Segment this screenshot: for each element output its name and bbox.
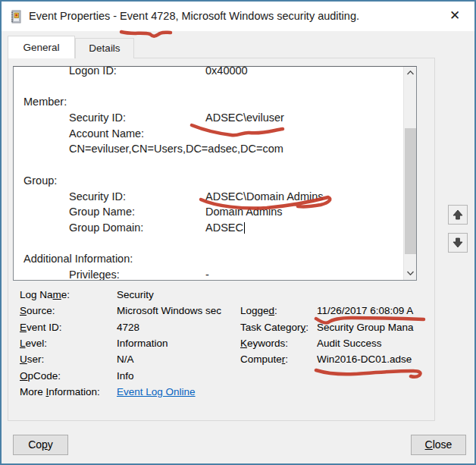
grid-value: 4728 — [117, 319, 236, 335]
next-event-button[interactable] — [448, 233, 468, 253]
description-line: Logon ID:0x40000 — [14, 66, 404, 79]
description-label: Group Name: — [69, 204, 135, 220]
title-bar: Event Properties - Event 4728, Microsoft… — [2, 2, 474, 31]
description-line: Member: — [14, 94, 404, 110]
window-title: Event Properties - Event 4728, Microsoft… — [29, 2, 359, 31]
grid-value: N/A — [117, 351, 236, 367]
previous-event-button[interactable] — [448, 205, 468, 225]
description-label: Group Domain: — [69, 220, 143, 236]
description-line: Security ID:ADSEC\Domain Admins — [14, 189, 404, 205]
description-line: Group Name:Domain Admins — [14, 204, 404, 220]
description-label: Logon ID: — [69, 66, 117, 79]
grid-value: Win2016-DC01.adse — [317, 351, 428, 367]
scroll-down-icon[interactable] — [404, 267, 417, 280]
description-label: Security ID: — [69, 110, 126, 126]
description-value: - — [205, 267, 209, 281]
description-line — [14, 157, 404, 173]
description-line: Security ID:ADSEC\eviluser — [14, 110, 404, 126]
more-info-link[interactable]: Event Log Online — [117, 384, 236, 400]
description-line: CN=eviluser,CN=Users,DC=adsec,DC=com — [14, 141, 404, 157]
description-line: Account Name: — [14, 126, 404, 142]
description-value: ADSEC\eviluser — [205, 110, 284, 126]
tab-general[interactable]: General — [8, 36, 75, 58]
description-line: Additional Information: — [14, 251, 404, 267]
arrow-down-icon — [451, 236, 465, 250]
grid-value: Security Group Mana — [317, 319, 428, 335]
description-line: Group: — [14, 173, 404, 189]
description-value: ADSEC\Domain Admins — [205, 189, 324, 205]
description-label: Group: — [23, 173, 57, 189]
grid-label-level-: Level: — [20, 335, 47, 351]
description-value: ADSEC — [205, 220, 245, 236]
grid-value: Security — [117, 287, 236, 303]
description-line: Privileges:- — [14, 267, 404, 281]
description-line — [14, 236, 404, 252]
red-underline-event-4728 — [121, 32, 171, 36]
copy-button[interactable]: Copy — [13, 435, 68, 455]
description-label: Security ID: — [69, 189, 126, 205]
grid-label-source-: Source: — [20, 303, 55, 319]
scrollbar-thumb[interactable] — [405, 128, 416, 254]
close-icon[interactable]: ✕ — [438, 2, 471, 31]
description-label: Account Name: — [69, 126, 144, 142]
grid-label-keywords-: Keywords: — [240, 335, 288, 351]
grid-label-event-id-: Event ID: — [20, 319, 62, 335]
tab-details[interactable]: Details — [75, 38, 134, 58]
grid-label-computer-: Computer: — [240, 351, 288, 367]
close-button[interactable]: Close — [411, 435, 466, 455]
text-caret — [244, 222, 245, 234]
grid-value: Microsoft Windows sec — [117, 303, 236, 319]
grid-value: 11/26/2017 6:08:09 A — [317, 303, 428, 319]
grid-label-task-category-: Task Category: — [240, 319, 308, 335]
event-description-text: Logon ID:0x40000Member:Security ID:ADSEC… — [14, 66, 404, 281]
event-log-icon — [10, 10, 23, 24]
grid-label-user-: User: — [20, 351, 44, 367]
scroll-up-icon[interactable] — [404, 67, 417, 80]
event-description-box[interactable]: Logon ID:0x40000Member:Security ID:ADSEC… — [13, 66, 417, 281]
description-label: CN=eviluser,CN=Users,DC=adsec,DC=com — [69, 141, 283, 157]
grid-label-log-name-: Log Name: — [20, 287, 70, 303]
grid-value: Info — [117, 368, 236, 384]
grid-label-opcode-: OpCode: — [20, 368, 61, 384]
description-label: Additional Information: — [23, 251, 133, 267]
description-value: 0x40000 — [205, 66, 248, 79]
description-line — [14, 79, 404, 95]
grid-value: Audit Success — [317, 335, 428, 351]
event-properties-dialog: Event Properties - Event 4728, Microsoft… — [0, 0, 476, 465]
description-label: Privileges: — [69, 267, 120, 281]
grid-label-logged-: Logged: — [240, 303, 277, 319]
arrow-up-icon — [451, 208, 465, 222]
grid-label-more-information-: More Information: — [20, 384, 100, 400]
description-label: Member: — [23, 94, 67, 110]
vertical-scrollbar[interactable] — [403, 67, 416, 280]
grid-value: Information — [117, 335, 236, 351]
description-line: Group Domain:ADSEC — [14, 220, 404, 236]
description-value: Domain Admins — [205, 204, 283, 220]
